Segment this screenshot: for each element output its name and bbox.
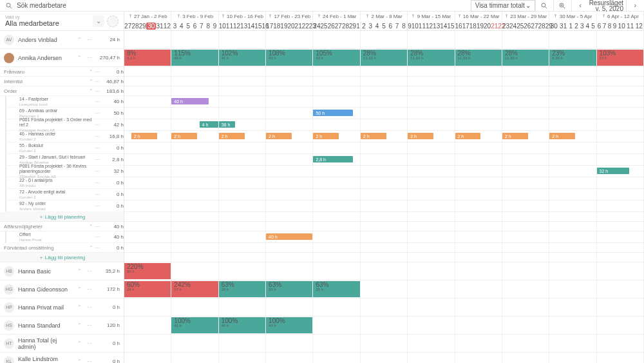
svg-point-20 [413,14,414,15]
allocation-bar[interactable]: 2 h [549,133,575,139]
allocation-bar[interactable]: 105%42 h [313,50,359,66]
more-icon[interactable]: ⋯ [86,55,93,61]
more-icon[interactable]: ⋯ [86,37,93,43]
order-row[interactable]: 14 - FastpriserLeasyshop kund⋯40 h [5,96,124,108]
allocation-bar[interactable]: 2 h [455,133,481,139]
chevron-icon[interactable]: ⌃ [76,55,82,61]
order-row[interactable]: 22 - 0 i antal/prisAB Intalio⋯0 h [5,177,124,189]
allocation-bar[interactable]: 28%11,33 h [361,50,407,66]
allocation-bar[interactable]: 100%40 h [219,317,265,333]
user-row[interactable]: HB Hanna Basic ⌃ ⋯35,2 h [0,262,124,280]
chevron-icon[interactable]: ⌃ [76,322,82,328]
allocation-bar[interactable]: 108%43 h [266,50,312,66]
more-icon[interactable]: ⋯ [86,322,93,328]
view-selector[interactable]: Visa timmar totalt ⌄ [471,0,535,12]
timeline-row [124,177,644,189]
allocation-bar[interactable]: 28%11,33 h [455,50,502,66]
timeline-row [124,353,644,363]
allocation-bar[interactable]: 103%33 h [597,50,643,66]
more-icon[interactable]: ⋯ [86,268,93,274]
allocation-bar[interactable]: 100%40 h [266,317,312,333]
allocation-bar[interactable]: 63%25 h [313,281,359,297]
chevron-icon[interactable]: ⌃ [76,37,82,43]
order-row[interactable]: 46 - Hannas orderKunden 2⋯16,8 h [5,131,124,142]
allocation-bar[interactable]: 100%40 h [171,317,218,333]
more-icon[interactable]: ⋯ [86,340,93,346]
chevron-icon[interactable]: ⌃ [76,340,82,346]
user-row[interactable]: HP Hanna Privat mail ⌃ ⋯0 h [0,299,124,317]
allocation-bar[interactable]: 220%60 h [124,263,171,279]
allocation-bar[interactable]: 40 h [266,233,312,240]
allocation-bar[interactable]: 4 h [200,121,218,128]
allocation-bar[interactable]: 40 h [171,98,209,104]
allocation-bar[interactable]: 2 h [171,133,197,139]
allocation-bar[interactable]: 2 h [219,133,245,139]
allocation-bar[interactable]: 102%41 h [219,50,265,66]
user-row[interactable]: HT Hanna Total (ej admin) ⌃ ⋯0 h [0,335,124,353]
allocation-bar[interactable]: 2 h [266,133,292,139]
order-row[interactable]: P001 Första projektet - 36 Kevins planer… [5,166,124,177]
search-button[interactable] [535,0,553,12]
filter-add-icon[interactable] [107,15,118,27]
allocation-bar[interactable]: 28%11,33 h [408,50,454,66]
allocation-bar[interactable]: 32 h [597,168,630,174]
filter-chevron-icon[interactable]: ⌄ [93,15,104,27]
allocation-bar[interactable]: 2 h [408,133,433,139]
week-column: 10 Feb - 16 Feb10111213141516 [219,12,266,30]
offer-row[interactable]: OffertHanna Privat⋯40 h [5,231,124,243]
category-row[interactable]: Förväntad omsättning⌃⋯0 h [0,243,124,253]
category-row[interactable]: Frånvaro⌃⋯0 h [0,67,124,77]
svg-line-5 [564,6,565,8]
chevron-icon[interactable]: ⌃ [76,358,82,363]
user-row[interactable]: Annika Andersen ⌃ ⋯270,47 h [0,49,124,67]
prev-week[interactable]: ‹ [571,0,589,12]
allocation-bar[interactable]: 8%3,2 h [124,50,171,66]
week-column: 24 Feb - 1 Mar2425262728291 [313,12,360,30]
allocation-bar[interactable]: 2 h [361,133,386,139]
allocation-bar[interactable]: 63%25 h [219,281,265,297]
order-row[interactable]: P001 Första projektet - 3 Order med ref … [5,119,124,131]
allocation-bar[interactable]: 242%97 h [171,281,218,297]
more-icon[interactable]: ⋯ [86,286,93,292]
add-planning-button[interactable]: ＋ Lägg till planering [0,253,124,262]
avatar: HS [4,320,14,331]
allocation-bar[interactable]: 60%24 h [124,281,171,297]
allocation-bar[interactable]: 2 h [502,133,528,139]
next-week[interactable]: › [626,0,644,12]
timeline-row: 32 h [124,166,644,177]
timeline-row [124,243,644,253]
filter-selector[interactable]: Vald vy Alla medarbetare [5,15,90,27]
allocation-bar[interactable]: 38 h [219,121,235,128]
allocation-bar[interactable]: 2 h [313,133,339,139]
user-row[interactable]: HG Hanna Gideonsson ⌃ ⋯172 h [0,280,124,299]
category-row[interactable]: Interntid⌃⋯46,87 h [0,77,124,86]
order-row[interactable]: 92 - Ny orderAnders Vinblad⋯0 h [5,201,124,212]
category-row[interactable]: Order⌃⋯183,6 h [0,86,124,96]
user-row[interactable]: AV Anders Vinblad ⌃ ⋯24 h [0,31,124,49]
search-bar[interactable]: Sök medarbetare [0,2,471,10]
timeline-row [124,189,644,201]
allocation-bar[interactable]: 28%11,33 h [502,50,549,66]
order-row[interactable]: 55 - BokslutKunden 2⋯0 h [5,142,124,154]
chevron-icon[interactable]: ⌃ [76,286,82,292]
order-row[interactable]: 72 - Arvode enligt avtalKunden 2⋯0 h [5,189,124,201]
category-row[interactable]: Affärsmöjligheter⌃⋯40 h [0,222,124,231]
allocation-bar[interactable]: 2,8 h [313,156,353,162]
add-planning-button[interactable]: ＋ Lägg till planering [0,212,124,222]
allocation-bar[interactable]: 2 h [131,133,157,139]
user-name: Kalle LindströmKund [18,356,72,363]
week-column: 2 Mar - 8 Mar2345678 [361,12,408,30]
chevron-icon[interactable]: ⌃ [76,304,82,310]
more-icon[interactable]: ⋯ [86,304,93,310]
more-icon[interactable]: ⋯ [86,358,93,363]
allocation-bar[interactable]: 115%46 h [171,50,218,66]
zoom-button[interactable] [553,0,571,12]
allocation-bar[interactable]: 63%25 h [266,281,312,297]
chevron-icon[interactable]: ⌃ [76,268,82,274]
user-row[interactable]: HS Hanna Standard ⌃ ⋯120 h [0,317,124,335]
svg-line-3 [545,6,547,8]
user-row[interactable]: KL Kalle LindströmKund ⌃ ⋯0 h [0,353,124,363]
allocation-bar[interactable]: 23%9,33 h [549,50,596,66]
chevron-down-icon: ⌄ [526,2,531,9]
allocation-bar[interactable]: 50 h [313,110,353,116]
